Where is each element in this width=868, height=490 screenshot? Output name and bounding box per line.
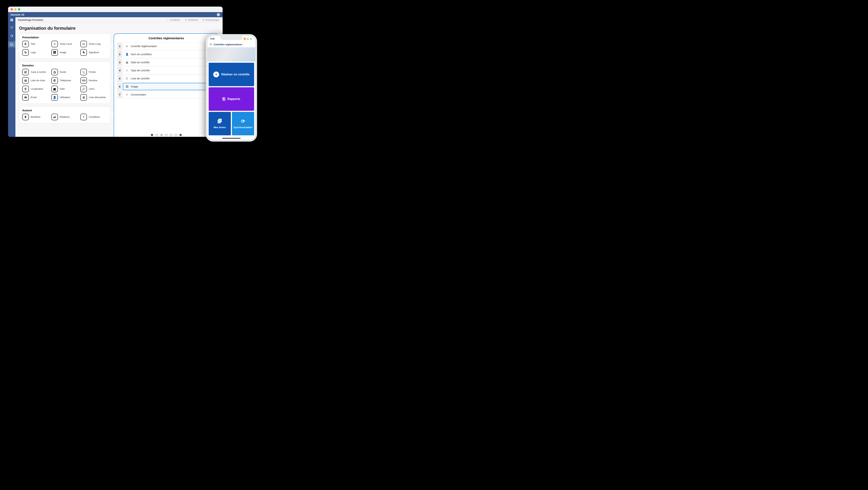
tool-signature[interactable]: ✎Signature [80,49,107,56]
apps-grid-button[interactable] [8,17,16,23]
form-field-row[interactable]: 4⇩Type de contrôle [117,67,215,74]
brand-suffix: Air [21,14,24,16]
tile-synchronisation[interactable]: ⟳ Synchronisation [232,112,254,135]
tool-image[interactable]: 🖼Image [51,49,79,56]
maximize-window-button[interactable] [18,8,20,10]
phone-header: ≡ Contrôles réglementaires [208,41,255,47]
sidebar-item-stats[interactable] [8,33,16,39]
sidebar-item-forms[interactable] [8,41,16,47]
tool-email[interactable]: ✉Email [22,94,50,101]
svg-rect-4 [11,20,12,20]
phone-notch [220,36,242,40]
form-field-row[interactable]: 1AContrôle réglementaire [117,42,215,50]
clock-icon: ◷ [51,69,58,75]
image-icon: 🖼 [51,49,58,56]
panel-title-avance: Avancé [22,109,107,112]
row-number: 3 [117,59,123,66]
tool-utilisateur[interactable]: 👤Utilisateur [51,94,79,101]
number-icon: 123 [80,77,87,84]
form-field-row[interactable]: 3▦Date du contrôle [117,59,215,66]
status-icons: 📶 📡 🔋 [244,38,252,40]
row-number: 4 [117,67,123,74]
window-titlebar [8,7,223,12]
page-dot-current[interactable] [160,134,163,136]
sync-icon: ⟳ [241,119,245,124]
brand-logo[interactable]: DaxiumAir [11,13,24,16]
plus-icon: + [213,71,219,78]
tool-titre[interactable]: ATitre [22,41,50,47]
form-preview: Contrôles réglementaires 1AContrôle régl… [114,33,219,137]
phone-icon: ✆ [51,77,58,84]
svg-rect-5 [12,20,13,20]
page-dot[interactable] [156,134,158,136]
tool-date[interactable]: ▦Date [51,86,79,92]
tool-relations[interactable]: ⇄Relations [51,114,79,120]
exclamation-icon: ❕ [166,19,169,21]
page-dot[interactable] [170,134,172,136]
home-indicator[interactable] [222,138,241,139]
tool-telephone[interactable]: ✆Téléphone [51,77,79,84]
upload-doc-icon: ⎘ [223,96,225,101]
tool-conditions[interactable]: !Conditions [80,114,107,120]
grid-icon [10,19,13,21]
minimize-window-button[interactable] [14,8,17,10]
field-type-icon: 🖼 [125,85,129,88]
brand-bar: DaxiumAir [8,12,223,17]
svg-rect-7 [11,21,12,21]
workflow-icon: ⏸ [22,114,29,120]
files-icon: 🗐 [217,119,222,124]
tool-fichier[interactable]: 📎Fichier [80,69,107,75]
tool-nombre[interactable]: 123Nombre [80,77,107,84]
svg-rect-1 [11,19,12,20]
user-avatar[interactable] [217,13,220,16]
svg-rect-0 [10,19,11,20]
row-number: 1 [117,42,123,50]
panel-donnees: Données ☑Case à cocher ◷Durée 📎Fichier ⊟… [19,61,111,104]
tool-checkbox[interactable]: ☑Case à cocher [22,69,50,75]
tile-rapports[interactable]: ⎘ Rapports [209,87,254,111]
add-page-button[interactable]: + [180,134,182,136]
tool-workflow[interactable]: ⏸Workflow [22,114,50,120]
page-title: Organisation du formulaire [19,26,219,31]
panel-presentation: Présentation ATitre ≡Texte Court ⁝≡Texte… [19,33,111,59]
sidebar-item-dashboard[interactable] [8,25,16,30]
svg-rect-3 [10,20,11,20]
nav-conditions[interactable]: ❕Conditions [166,19,180,21]
hamburger-icon[interactable]: ≡ [210,42,212,47]
form-field-row[interactable]: 5☑Liste de contrôle [117,75,215,82]
tool-texte-long[interactable]: ⁝≡Texte Long [80,41,107,47]
tile-mes-fiches[interactable]: 🗐 Mes fiches [209,112,231,135]
breadcrumb-bar: Paramétrage Formulaire ❕Conditions ⏸Work… [8,17,223,23]
page-dot[interactable] [165,134,167,136]
tool-liens[interactable]: 🔗Liens [80,86,107,92]
panel-title-presentation: Présentation [22,36,107,39]
pie-icon [10,35,13,37]
tool-texte-court[interactable]: ≡Texte Court [51,41,79,47]
tool-liste-deroulante[interactable]: ≣Liste déroulante [80,94,107,101]
close-window-button[interactable] [11,8,13,10]
panel-title-donnees: Données [22,64,107,67]
row-number: 2 [117,51,123,58]
tile-realiser-controle[interactable]: + Réaliser un contrôle [209,63,254,86]
dropdown-icon: ≣ [80,94,87,101]
link-icon: 🔗 [80,86,87,92]
form-field-row[interactable]: 7≡Commentaire [117,91,215,98]
phone-title: Contrôles réglementaires [214,43,242,46]
tool-logo[interactable]: ↻Logo [22,49,50,56]
tool-liste-choix[interactable]: ⊟Liste de choix [22,77,50,84]
field-type-icon: ▦ [125,61,128,64]
user-icon: 👤 [51,94,58,101]
form-field-row[interactable]: 6🖼Image [117,83,215,90]
phone-mockup: 9:41 📶 📡 🔋 ≡ Contrôles réglementaires + … [206,34,257,142]
tool-duree[interactable]: ◷Durée [51,69,79,75]
field-label: Nom du contrôleur [131,53,152,56]
nav-workflows[interactable]: ⏸Workflows [185,19,198,21]
email-icon: ✉ [22,94,29,101]
nav-parametrages[interactable]: ⚙Paramétrages [203,19,219,21]
app-window: DaxiumAir Paramétrage Formulaire ❕Condit… [8,7,223,137]
page-dot[interactable] [175,134,177,136]
remove-page-button[interactable]: − [151,134,153,136]
sidebar [8,23,16,137]
form-field-row[interactable]: 2👤Nom du contrôleur [117,51,215,58]
tool-localisation[interactable]: ⚲Localisation [22,86,50,92]
